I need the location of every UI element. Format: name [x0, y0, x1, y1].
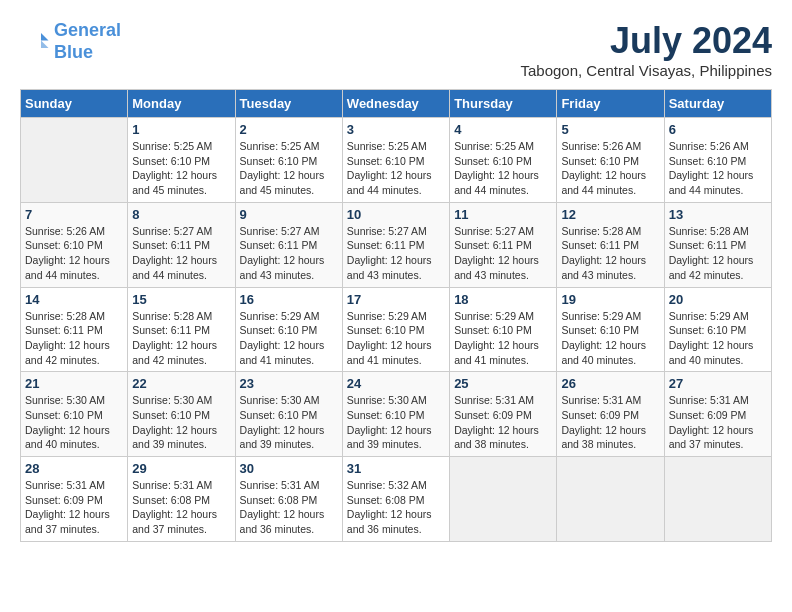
- calendar-table: SundayMondayTuesdayWednesdayThursdayFrid…: [20, 89, 772, 542]
- day-info: Sunrise: 5:25 AMSunset: 6:10 PMDaylight:…: [240, 139, 338, 198]
- calendar-cell: 26Sunrise: 5:31 AMSunset: 6:09 PMDayligh…: [557, 372, 664, 457]
- calendar-cell: 30Sunrise: 5:31 AMSunset: 6:08 PMDayligh…: [235, 457, 342, 542]
- day-info: Sunrise: 5:27 AMSunset: 6:11 PMDaylight:…: [240, 224, 338, 283]
- calendar-cell: 23Sunrise: 5:30 AMSunset: 6:10 PMDayligh…: [235, 372, 342, 457]
- page-header: General Blue July 2024 Tabogon, Central …: [20, 20, 772, 79]
- logo-text: General Blue: [54, 20, 121, 63]
- day-info: Sunrise: 5:30 AMSunset: 6:10 PMDaylight:…: [132, 393, 230, 452]
- day-info: Sunrise: 5:26 AMSunset: 6:10 PMDaylight:…: [25, 224, 123, 283]
- day-number: 17: [347, 292, 445, 307]
- day-number: 28: [25, 461, 123, 476]
- calendar-cell: 7Sunrise: 5:26 AMSunset: 6:10 PMDaylight…: [21, 202, 128, 287]
- day-number: 8: [132, 207, 230, 222]
- day-number: 12: [561, 207, 659, 222]
- day-info: Sunrise: 5:29 AMSunset: 6:10 PMDaylight:…: [669, 309, 767, 368]
- calendar-cell: 1Sunrise: 5:25 AMSunset: 6:10 PMDaylight…: [128, 118, 235, 203]
- calendar-cell: [450, 457, 557, 542]
- day-number: 13: [669, 207, 767, 222]
- day-number: 29: [132, 461, 230, 476]
- day-info: Sunrise: 5:26 AMSunset: 6:10 PMDaylight:…: [561, 139, 659, 198]
- calendar-cell: 5Sunrise: 5:26 AMSunset: 6:10 PMDaylight…: [557, 118, 664, 203]
- calendar-cell: 4Sunrise: 5:25 AMSunset: 6:10 PMDaylight…: [450, 118, 557, 203]
- day-number: 31: [347, 461, 445, 476]
- calendar-cell: 21Sunrise: 5:30 AMSunset: 6:10 PMDayligh…: [21, 372, 128, 457]
- day-number: 16: [240, 292, 338, 307]
- day-info: Sunrise: 5:31 AMSunset: 6:09 PMDaylight:…: [454, 393, 552, 452]
- calendar-cell: 10Sunrise: 5:27 AMSunset: 6:11 PMDayligh…: [342, 202, 449, 287]
- day-number: 4: [454, 122, 552, 137]
- day-number: 14: [25, 292, 123, 307]
- day-info: Sunrise: 5:28 AMSunset: 6:11 PMDaylight:…: [132, 309, 230, 368]
- day-info: Sunrise: 5:30 AMSunset: 6:10 PMDaylight:…: [240, 393, 338, 452]
- calendar-cell: 2Sunrise: 5:25 AMSunset: 6:10 PMDaylight…: [235, 118, 342, 203]
- day-info: Sunrise: 5:27 AMSunset: 6:11 PMDaylight:…: [454, 224, 552, 283]
- logo-icon: [20, 27, 50, 57]
- day-info: Sunrise: 5:27 AMSunset: 6:11 PMDaylight:…: [132, 224, 230, 283]
- weekday-header-saturday: Saturday: [664, 90, 771, 118]
- weekday-header-sunday: Sunday: [21, 90, 128, 118]
- day-info: Sunrise: 5:25 AMSunset: 6:10 PMDaylight:…: [132, 139, 230, 198]
- day-number: 23: [240, 376, 338, 391]
- calendar-cell: 28Sunrise: 5:31 AMSunset: 6:09 PMDayligh…: [21, 457, 128, 542]
- day-info: Sunrise: 5:31 AMSunset: 6:08 PMDaylight:…: [240, 478, 338, 537]
- calendar-cell: 6Sunrise: 5:26 AMSunset: 6:10 PMDaylight…: [664, 118, 771, 203]
- weekday-header-tuesday: Tuesday: [235, 90, 342, 118]
- day-info: Sunrise: 5:29 AMSunset: 6:10 PMDaylight:…: [561, 309, 659, 368]
- day-number: 24: [347, 376, 445, 391]
- calendar-cell: 13Sunrise: 5:28 AMSunset: 6:11 PMDayligh…: [664, 202, 771, 287]
- day-number: 6: [669, 122, 767, 137]
- weekday-header-friday: Friday: [557, 90, 664, 118]
- calendar-cell: 14Sunrise: 5:28 AMSunset: 6:11 PMDayligh…: [21, 287, 128, 372]
- day-number: 27: [669, 376, 767, 391]
- day-info: Sunrise: 5:26 AMSunset: 6:10 PMDaylight:…: [669, 139, 767, 198]
- logo-line1: General: [54, 20, 121, 40]
- day-info: Sunrise: 5:29 AMSunset: 6:10 PMDaylight:…: [454, 309, 552, 368]
- day-info: Sunrise: 5:25 AMSunset: 6:10 PMDaylight:…: [347, 139, 445, 198]
- calendar-cell: 25Sunrise: 5:31 AMSunset: 6:09 PMDayligh…: [450, 372, 557, 457]
- calendar-week-1: 1Sunrise: 5:25 AMSunset: 6:10 PMDaylight…: [21, 118, 772, 203]
- day-number: 15: [132, 292, 230, 307]
- day-number: 25: [454, 376, 552, 391]
- day-number: 3: [347, 122, 445, 137]
- calendar-cell: 12Sunrise: 5:28 AMSunset: 6:11 PMDayligh…: [557, 202, 664, 287]
- day-info: Sunrise: 5:31 AMSunset: 6:09 PMDaylight:…: [561, 393, 659, 452]
- day-info: Sunrise: 5:28 AMSunset: 6:11 PMDaylight:…: [561, 224, 659, 283]
- calendar-cell: 16Sunrise: 5:29 AMSunset: 6:10 PMDayligh…: [235, 287, 342, 372]
- logo-line2: Blue: [54, 42, 93, 62]
- day-info: Sunrise: 5:29 AMSunset: 6:10 PMDaylight:…: [347, 309, 445, 368]
- day-info: Sunrise: 5:27 AMSunset: 6:11 PMDaylight:…: [347, 224, 445, 283]
- day-info: Sunrise: 5:31 AMSunset: 6:09 PMDaylight:…: [25, 478, 123, 537]
- calendar-body: 1Sunrise: 5:25 AMSunset: 6:10 PMDaylight…: [21, 118, 772, 542]
- day-info: Sunrise: 5:31 AMSunset: 6:09 PMDaylight:…: [669, 393, 767, 452]
- calendar-cell: [557, 457, 664, 542]
- day-number: 26: [561, 376, 659, 391]
- calendar-cell: 3Sunrise: 5:25 AMSunset: 6:10 PMDaylight…: [342, 118, 449, 203]
- calendar-cell: 11Sunrise: 5:27 AMSunset: 6:11 PMDayligh…: [450, 202, 557, 287]
- day-number: 21: [25, 376, 123, 391]
- calendar-cell: 31Sunrise: 5:32 AMSunset: 6:08 PMDayligh…: [342, 457, 449, 542]
- calendar-week-2: 7Sunrise: 5:26 AMSunset: 6:10 PMDaylight…: [21, 202, 772, 287]
- weekday-header-monday: Monday: [128, 90, 235, 118]
- day-number: 10: [347, 207, 445, 222]
- weekday-header-thursday: Thursday: [450, 90, 557, 118]
- day-number: 11: [454, 207, 552, 222]
- day-info: Sunrise: 5:25 AMSunset: 6:10 PMDaylight:…: [454, 139, 552, 198]
- day-info: Sunrise: 5:30 AMSunset: 6:10 PMDaylight:…: [347, 393, 445, 452]
- day-number: 20: [669, 292, 767, 307]
- day-number: 7: [25, 207, 123, 222]
- calendar-cell: 8Sunrise: 5:27 AMSunset: 6:11 PMDaylight…: [128, 202, 235, 287]
- calendar-cell: 19Sunrise: 5:29 AMSunset: 6:10 PMDayligh…: [557, 287, 664, 372]
- calendar-cell: 24Sunrise: 5:30 AMSunset: 6:10 PMDayligh…: [342, 372, 449, 457]
- calendar-week-4: 21Sunrise: 5:30 AMSunset: 6:10 PMDayligh…: [21, 372, 772, 457]
- weekday-header-wednesday: Wednesday: [342, 90, 449, 118]
- location-title: Tabogon, Central Visayas, Philippines: [520, 62, 772, 79]
- calendar-cell: 9Sunrise: 5:27 AMSunset: 6:11 PMDaylight…: [235, 202, 342, 287]
- day-number: 22: [132, 376, 230, 391]
- title-block: July 2024 Tabogon, Central Visayas, Phil…: [520, 20, 772, 79]
- calendar-cell: [21, 118, 128, 203]
- logo: General Blue: [20, 20, 121, 63]
- day-number: 18: [454, 292, 552, 307]
- day-info: Sunrise: 5:28 AMSunset: 6:11 PMDaylight:…: [669, 224, 767, 283]
- calendar-cell: 29Sunrise: 5:31 AMSunset: 6:08 PMDayligh…: [128, 457, 235, 542]
- calendar-cell: 18Sunrise: 5:29 AMSunset: 6:10 PMDayligh…: [450, 287, 557, 372]
